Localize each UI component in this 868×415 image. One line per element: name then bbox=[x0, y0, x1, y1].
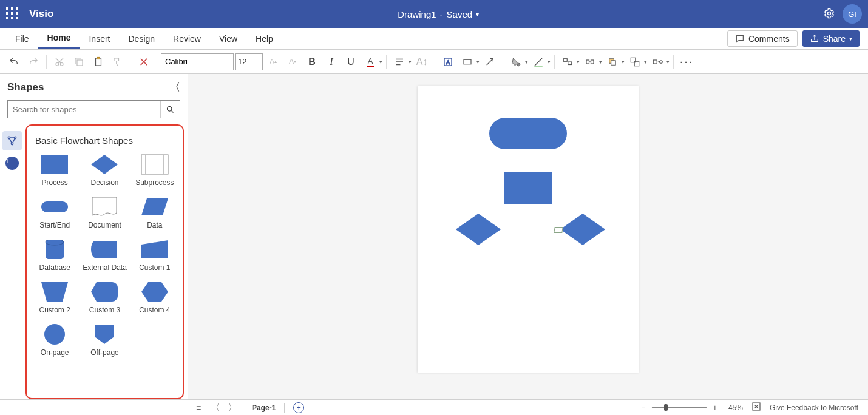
svg-point-0 bbox=[828, 12, 831, 15]
shape-master-process[interactable]: Process bbox=[30, 152, 79, 192]
canvas-decision-shape[interactable] bbox=[560, 214, 606, 245]
zoom-out-button[interactable]: − bbox=[639, 403, 648, 413]
bring-front-button[interactable] bbox=[603, 53, 622, 71]
tab-review[interactable]: Review bbox=[164, 28, 210, 49]
shape-master-custom3[interactable]: Custom 3 bbox=[80, 279, 129, 319]
align-text-button[interactable] bbox=[390, 53, 409, 71]
search-icon[interactable] bbox=[160, 101, 180, 118]
comments-button[interactable]: Comments bbox=[727, 30, 798, 47]
chevron-down-icon[interactable]: ▾ bbox=[666, 59, 670, 65]
collapse-pane-icon[interactable]: 〈 bbox=[170, 80, 180, 94]
chevron-down-icon[interactable]: ▾ bbox=[548, 59, 551, 65]
shape-search-input[interactable] bbox=[8, 101, 160, 118]
prev-page-button[interactable]: 〈 bbox=[209, 402, 222, 413]
more-commands-button[interactable]: ··· bbox=[677, 53, 696, 71]
settings-icon[interactable] bbox=[823, 7, 835, 21]
chevron-down-icon[interactable]: ▾ bbox=[476, 59, 480, 65]
canvas-decision-shape[interactable] bbox=[455, 214, 501, 245]
shapes-pane: Shapes 〈 + Basic Flowchart Shapes Proces… bbox=[0, 74, 188, 399]
underline-button[interactable]: U bbox=[342, 53, 360, 71]
tab-view[interactable]: View bbox=[210, 28, 246, 49]
shape-master-custom4[interactable]: Custom 4 bbox=[131, 279, 179, 319]
add-stencil-button[interactable]: + bbox=[5, 157, 19, 170]
shrink-font-button[interactable]: A▾ bbox=[283, 53, 302, 71]
all-pages-button[interactable]: ≡ bbox=[192, 403, 205, 413]
shape-master-offpage[interactable]: Off-page bbox=[80, 322, 129, 362]
position-button[interactable] bbox=[581, 53, 599, 71]
cut-button[interactable] bbox=[50, 53, 69, 71]
svg-rect-12 bbox=[568, 62, 572, 65]
shape-master-decision[interactable]: Decision bbox=[80, 152, 129, 192]
zoom-level[interactable]: 45% bbox=[728, 403, 743, 412]
copy-button[interactable] bbox=[70, 53, 88, 71]
chevron-down-icon[interactable]: ▾ bbox=[644, 59, 647, 65]
delete-button[interactable] bbox=[135, 53, 153, 71]
document-title[interactable]: Drawing1 - Saved ▾ bbox=[53, 9, 823, 19]
shape-master-document[interactable]: Document bbox=[80, 194, 129, 234]
app-launcher-icon[interactable] bbox=[6, 7, 19, 21]
zoom-in-button[interactable]: + bbox=[710, 403, 720, 413]
canvas-area[interactable] bbox=[188, 74, 868, 399]
shape-master-startend[interactable]: Start/End bbox=[30, 194, 79, 234]
text-tool-button[interactable]: A bbox=[439, 53, 457, 71]
chevron-down-icon[interactable]: ▾ bbox=[622, 59, 625, 65]
shape-master-subprocess[interactable]: Subprocess bbox=[131, 152, 179, 192]
shape-master-externaldata[interactable]: External Data bbox=[80, 237, 129, 277]
font-size-select[interactable] bbox=[235, 53, 263, 70]
chevron-down-icon[interactable]: ▾ bbox=[577, 59, 580, 65]
tab-file[interactable]: File bbox=[6, 28, 38, 49]
align-button[interactable] bbox=[558, 53, 577, 71]
font-color-button[interactable]: A bbox=[361, 53, 379, 71]
rectangle-tool-button[interactable] bbox=[458, 53, 476, 71]
share-button[interactable]: Share ▾ bbox=[802, 30, 860, 47]
shapes-pane-title: Shapes bbox=[7, 81, 44, 93]
chevron-down-icon[interactable]: ▾ bbox=[525, 59, 528, 65]
doc-name: Drawing1 bbox=[398, 9, 436, 19]
font-family-select[interactable] bbox=[161, 53, 234, 70]
redo-button[interactable] bbox=[24, 53, 42, 71]
data-icon bbox=[140, 197, 169, 217]
drawing-page[interactable] bbox=[418, 86, 639, 373]
title-bar: Visio Drawing1 - Saved ▾ GI bbox=[0, 0, 868, 28]
chevron-down-icon[interactable]: ▾ bbox=[409, 59, 412, 65]
stencil-tab-button[interactable] bbox=[2, 131, 22, 150]
text-direction-button[interactable]: A↕ bbox=[413, 53, 431, 71]
connector-tool-button[interactable] bbox=[481, 53, 499, 71]
zoom-track[interactable] bbox=[652, 407, 707, 408]
tab-help[interactable]: Help bbox=[246, 28, 282, 49]
bold-button[interactable]: B bbox=[303, 53, 321, 71]
chevron-down-icon[interactable]: ▾ bbox=[599, 59, 602, 65]
format-painter-button[interactable] bbox=[109, 53, 127, 71]
shape-fill-button[interactable] bbox=[507, 53, 525, 71]
svg-rect-16 bbox=[611, 60, 616, 65]
undo-button[interactable] bbox=[5, 53, 23, 71]
page-tab[interactable]: Page-1 bbox=[247, 403, 280, 412]
zoom-slider[interactable]: − + bbox=[639, 403, 720, 413]
shape-master-custom1[interactable]: Custom 1 bbox=[131, 237, 179, 277]
tab-insert[interactable]: Insert bbox=[80, 28, 119, 49]
paste-button[interactable] bbox=[89, 53, 107, 71]
chevron-down-icon[interactable]: ▾ bbox=[476, 11, 479, 18]
group-button[interactable] bbox=[626, 53, 644, 71]
next-page-button[interactable]: 〉 bbox=[226, 402, 239, 413]
tab-home[interactable]: Home bbox=[38, 28, 80, 49]
comment-icon bbox=[735, 34, 745, 44]
shape-master-database[interactable]: Database bbox=[30, 237, 79, 277]
feedback-link[interactable]: Give Feedback to Microsoft bbox=[770, 403, 858, 412]
shape-master-custom2[interactable]: Custom 2 bbox=[30, 279, 79, 319]
add-page-button[interactable]: + bbox=[293, 402, 304, 413]
change-shape-button[interactable] bbox=[648, 53, 666, 71]
shape-master-onpage[interactable]: On-page bbox=[30, 322, 79, 362]
italic-button[interactable]: I bbox=[322, 53, 341, 71]
shape-master-data[interactable]: Data bbox=[131, 194, 179, 234]
fit-to-window-icon[interactable] bbox=[751, 402, 761, 413]
decision-icon bbox=[90, 154, 119, 175]
canvas-process-shape[interactable] bbox=[504, 172, 552, 204]
shape-search[interactable] bbox=[7, 100, 180, 118]
user-avatar[interactable]: GI bbox=[843, 4, 862, 24]
tab-design[interactable]: Design bbox=[119, 28, 164, 49]
chevron-down-icon[interactable]: ▾ bbox=[379, 59, 382, 65]
grow-font-button[interactable]: A▴ bbox=[264, 53, 282, 71]
canvas-terminator-shape[interactable] bbox=[489, 118, 567, 149]
line-color-button[interactable] bbox=[529, 53, 548, 71]
